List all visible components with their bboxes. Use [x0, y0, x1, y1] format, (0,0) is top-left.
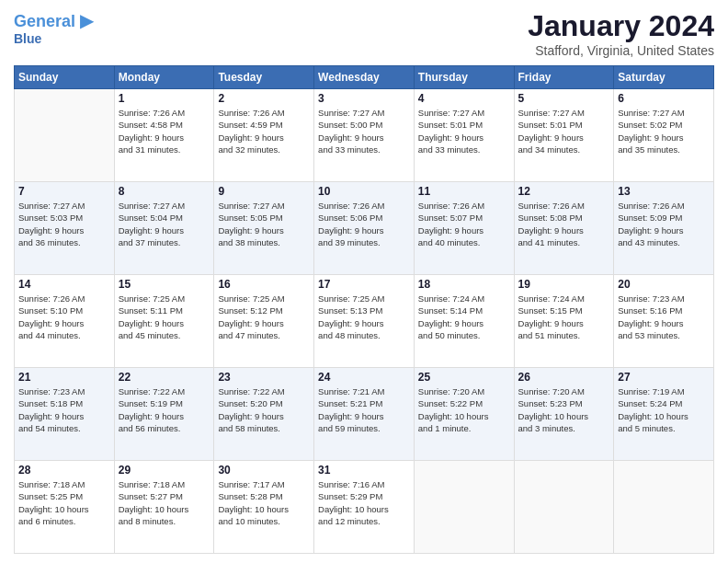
calendar-cell: 14Sunrise: 7:26 AMSunset: 5:10 PMDayligh…	[15, 275, 115, 368]
day-number: 19	[518, 278, 610, 291]
calendar-cell	[614, 461, 714, 554]
calendar-week-row: 28Sunrise: 7:18 AMSunset: 5:25 PMDayligh…	[15, 461, 714, 554]
header: General ▶ Blue January 2024 Stafford, Vi…	[14, 9, 714, 58]
calendar-cell: 12Sunrise: 7:26 AMSunset: 5:08 PMDayligh…	[514, 182, 614, 275]
calendar-cell: 6Sunrise: 7:27 AMSunset: 5:02 PMDaylight…	[614, 89, 714, 182]
calendar-cell: 24Sunrise: 7:21 AMSunset: 5:21 PMDayligh…	[314, 368, 415, 461]
header-wednesday: Wednesday	[314, 66, 415, 89]
calendar-cell: 30Sunrise: 7:17 AMSunset: 5:28 PMDayligh…	[214, 461, 314, 554]
weekday-header-row: Sunday Monday Tuesday Wednesday Thursday…	[15, 66, 714, 89]
day-info: Sunrise: 7:19 AMSunset: 5:24 PMDaylight:…	[618, 385, 710, 434]
day-number: 9	[218, 185, 310, 198]
day-number: 21	[18, 371, 110, 384]
day-number: 15	[119, 278, 210, 291]
day-number: 11	[418, 185, 510, 198]
calendar-cell: 28Sunrise: 7:18 AMSunset: 5:25 PMDayligh…	[15, 461, 115, 554]
calendar-cell: 3Sunrise: 7:27 AMSunset: 5:00 PMDaylight…	[314, 89, 415, 182]
day-info: Sunrise: 7:25 AMSunset: 5:12 PMDaylight:…	[218, 293, 310, 341]
day-info: Sunrise: 7:23 AMSunset: 5:18 PMDaylight:…	[18, 385, 110, 434]
calendar: Sunday Monday Tuesday Wednesday Thursday…	[14, 65, 714, 554]
calendar-cell: 25Sunrise: 7:20 AMSunset: 5:22 PMDayligh…	[414, 368, 514, 461]
location-title: Stafford, Virginia, United States	[528, 43, 714, 58]
calendar-cell: 23Sunrise: 7:22 AMSunset: 5:20 PMDayligh…	[214, 368, 314, 461]
day-info: Sunrise: 7:22 AMSunset: 5:19 PMDaylight:…	[119, 385, 210, 434]
day-info: Sunrise: 7:26 AMSunset: 5:10 PMDaylight:…	[18, 293, 110, 341]
calendar-cell: 5Sunrise: 7:27 AMSunset: 5:01 PMDaylight…	[514, 89, 614, 182]
calendar-week-row: 14Sunrise: 7:26 AMSunset: 5:10 PMDayligh…	[15, 275, 714, 368]
day-number: 24	[318, 371, 410, 384]
logo-blue: Blue	[14, 31, 41, 46]
calendar-cell: 31Sunrise: 7:16 AMSunset: 5:29 PMDayligh…	[314, 461, 415, 554]
month-title: January 2024	[528, 9, 714, 43]
day-info: Sunrise: 7:26 AMSunset: 5:09 PMDaylight:…	[618, 200, 710, 248]
day-info: Sunrise: 7:22 AMSunset: 5:20 PMDaylight:…	[218, 385, 310, 434]
calendar-cell	[414, 461, 514, 554]
day-info: Sunrise: 7:25 AMSunset: 5:13 PMDaylight:…	[318, 293, 410, 341]
calendar-cell: 15Sunrise: 7:25 AMSunset: 5:11 PMDayligh…	[114, 275, 214, 368]
logo: General ▶ Blue	[14, 9, 94, 46]
calendar-cell: 9Sunrise: 7:27 AMSunset: 5:05 PMDaylight…	[214, 182, 314, 275]
calendar-cell: 29Sunrise: 7:18 AMSunset: 5:27 PMDayligh…	[114, 461, 214, 554]
calendar-cell: 10Sunrise: 7:26 AMSunset: 5:06 PMDayligh…	[314, 182, 415, 275]
day-number: 27	[618, 371, 710, 384]
day-number: 4	[418, 92, 510, 105]
day-info: Sunrise: 7:24 AMSunset: 5:15 PMDaylight:…	[518, 293, 610, 341]
day-number: 16	[218, 278, 310, 291]
day-info: Sunrise: 7:27 AMSunset: 5:02 PMDaylight:…	[618, 107, 710, 155]
day-info: Sunrise: 7:20 AMSunset: 5:22 PMDaylight:…	[418, 385, 510, 434]
day-number: 29	[119, 464, 210, 477]
day-number: 25	[418, 371, 510, 384]
day-info: Sunrise: 7:27 AMSunset: 5:00 PMDaylight:…	[318, 107, 410, 155]
day-number: 30	[218, 464, 310, 477]
calendar-week-row: 21Sunrise: 7:23 AMSunset: 5:18 PMDayligh…	[15, 368, 714, 461]
day-number: 8	[119, 185, 210, 198]
day-number: 13	[618, 185, 710, 198]
day-info: Sunrise: 7:24 AMSunset: 5:14 PMDaylight:…	[418, 293, 510, 341]
day-info: Sunrise: 7:27 AMSunset: 5:04 PMDaylight:…	[119, 200, 210, 248]
day-info: Sunrise: 7:26 AMSunset: 5:06 PMDaylight:…	[318, 200, 410, 248]
day-info: Sunrise: 7:25 AMSunset: 5:11 PMDaylight:…	[119, 293, 210, 341]
day-info: Sunrise: 7:20 AMSunset: 5:23 PMDaylight:…	[518, 385, 610, 434]
header-saturday: Saturday	[614, 66, 714, 89]
day-number: 10	[318, 185, 410, 198]
logo-general: General	[14, 12, 75, 30]
day-number: 17	[318, 278, 410, 291]
calendar-week-row: 7Sunrise: 7:27 AMSunset: 5:03 PMDaylight…	[15, 182, 714, 275]
header-monday: Monday	[114, 66, 214, 89]
calendar-cell: 20Sunrise: 7:23 AMSunset: 5:16 PMDayligh…	[614, 275, 714, 368]
calendar-cell: 8Sunrise: 7:27 AMSunset: 5:04 PMDaylight…	[114, 182, 214, 275]
day-number: 18	[418, 278, 510, 291]
calendar-cell: 22Sunrise: 7:22 AMSunset: 5:19 PMDayligh…	[114, 368, 214, 461]
day-number: 26	[518, 371, 610, 384]
page: General ▶ Blue January 2024 Stafford, Vi…	[0, 0, 728, 563]
day-number: 2	[218, 92, 310, 105]
calendar-cell	[514, 461, 614, 554]
day-info: Sunrise: 7:18 AMSunset: 5:27 PMDaylight:…	[119, 478, 210, 527]
calendar-cell: 19Sunrise: 7:24 AMSunset: 5:15 PMDayligh…	[514, 275, 614, 368]
title-section: January 2024 Stafford, Virginia, United …	[528, 9, 714, 58]
day-number: 3	[318, 92, 410, 105]
header-thursday: Thursday	[414, 66, 514, 89]
day-info: Sunrise: 7:27 AMSunset: 5:03 PMDaylight:…	[18, 200, 110, 248]
calendar-cell: 13Sunrise: 7:26 AMSunset: 5:09 PMDayligh…	[614, 182, 714, 275]
day-info: Sunrise: 7:27 AMSunset: 5:05 PMDaylight:…	[218, 200, 310, 248]
calendar-cell: 27Sunrise: 7:19 AMSunset: 5:24 PMDayligh…	[614, 368, 714, 461]
calendar-cell: 18Sunrise: 7:24 AMSunset: 5:14 PMDayligh…	[414, 275, 514, 368]
header-sunday: Sunday	[15, 66, 115, 89]
day-info: Sunrise: 7:18 AMSunset: 5:25 PMDaylight:…	[18, 478, 110, 527]
header-tuesday: Tuesday	[214, 66, 314, 89]
day-number: 20	[618, 278, 710, 291]
calendar-week-row: 1Sunrise: 7:26 AMSunset: 4:58 PMDaylight…	[15, 89, 714, 182]
calendar-cell: 17Sunrise: 7:25 AMSunset: 5:13 PMDayligh…	[314, 275, 415, 368]
day-info: Sunrise: 7:27 AMSunset: 5:01 PMDaylight:…	[418, 107, 510, 155]
day-number: 28	[18, 464, 110, 477]
calendar-cell: 21Sunrise: 7:23 AMSunset: 5:18 PMDayligh…	[15, 368, 115, 461]
calendar-cell: 4Sunrise: 7:27 AMSunset: 5:01 PMDaylight…	[414, 89, 514, 182]
calendar-cell: 7Sunrise: 7:27 AMSunset: 5:03 PMDaylight…	[15, 182, 115, 275]
day-number: 31	[318, 464, 410, 477]
calendar-cell: 11Sunrise: 7:26 AMSunset: 5:07 PMDayligh…	[414, 182, 514, 275]
day-number: 6	[618, 92, 710, 105]
calendar-cell: 1Sunrise: 7:26 AMSunset: 4:58 PMDaylight…	[114, 89, 214, 182]
calendar-cell	[15, 89, 115, 182]
day-info: Sunrise: 7:26 AMSunset: 5:08 PMDaylight:…	[518, 200, 610, 248]
